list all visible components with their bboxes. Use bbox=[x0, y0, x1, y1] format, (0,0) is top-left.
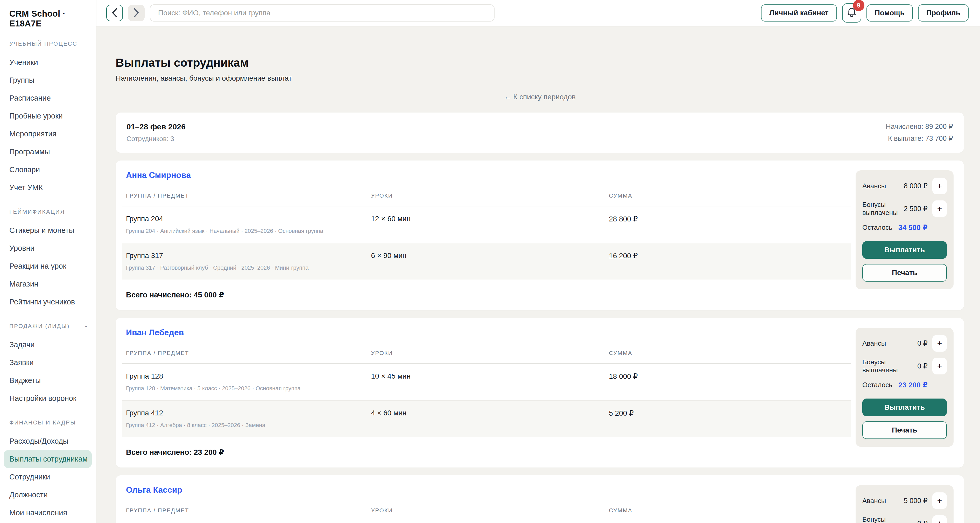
group-name: Группа 204 bbox=[126, 215, 371, 223]
print-button[interactable]: Печать bbox=[862, 264, 947, 282]
pay-button[interactable]: Выплатить bbox=[862, 241, 947, 259]
employee-name-link[interactable]: Иван Лебедев bbox=[126, 328, 184, 337]
column-header-sum: СУММА bbox=[609, 507, 847, 514]
sidebar-item[interactable]: Виджеты bbox=[10, 372, 90, 389]
column-header-sum: СУММА bbox=[609, 192, 847, 199]
sum-cell: 28 800 ₽ bbox=[609, 215, 847, 223]
sidebar-item[interactable]: Ученики bbox=[10, 53, 90, 71]
sidebar: CRM School · E18A7E УЧЕБНЫЙ ПРОЦЕСС-Учен… bbox=[0, 0, 96, 523]
add-bonus-button[interactable]: + bbox=[932, 358, 947, 375]
sidebar-section-header: ПРОДАЖИ (ЛИДЫ)- bbox=[10, 323, 88, 330]
sidebar-item[interactable]: Уровни bbox=[10, 239, 90, 257]
bonuses-row-value: 2 500 ₽ bbox=[904, 204, 928, 213]
personal-cabinet-button[interactable]: Личный кабинет bbox=[761, 5, 837, 22]
sidebar-item[interactable]: Расходы/Доходы bbox=[10, 432, 90, 450]
add-bonus-button[interactable]: + bbox=[932, 515, 947, 523]
table-row: Группа 412Группа 412 · Алгебра · 8 класс… bbox=[122, 400, 851, 437]
sidebar-item[interactable]: Должности bbox=[10, 486, 90, 504]
sidebar-section-label: ФИНАНСЫ И КАДРЫ bbox=[10, 419, 76, 426]
period-range: 01–28 фев 2026 bbox=[126, 123, 186, 131]
sidebar-item[interactable]: Сотрудники bbox=[10, 468, 90, 486]
sidebar-item[interactable]: Задачи bbox=[10, 336, 90, 354]
sidebar-section-header: ГЕЙМИФИКАЦИЯ- bbox=[10, 209, 88, 215]
sidebar-section-header: ФИНАНСЫ И КАДРЫ- bbox=[10, 419, 88, 426]
pay-button[interactable]: Выплатить bbox=[862, 399, 947, 416]
advances-row: Авансы8 000 ₽+ bbox=[862, 178, 947, 194]
employee-card: Анна СмирноваГРУППА / ПРЕДМЕТУРОКИСУММАГ… bbox=[116, 161, 964, 310]
topbar: Личный кабинет 9 Помощь Профиль bbox=[96, 0, 980, 26]
employee-card: Иван ЛебедевГРУППА / ПРЕДМЕТУРОКИСУММАГр… bbox=[116, 318, 964, 467]
bonuses-row-label: Бонусы выплачены bbox=[862, 201, 904, 217]
sidebar-section-collapse-toggle[interactable]: - bbox=[85, 40, 88, 47]
sidebar-item[interactable]: Стикеры и монеты bbox=[10, 222, 90, 239]
chevron-right-icon bbox=[133, 8, 140, 18]
period-card: 01–28 фев 2026 Сотрудников: 3 Начислено:… bbox=[116, 113, 964, 153]
accrual-table: ГРУППА / ПРЕДМЕТУРОКИСУММАГруппа 204Груп… bbox=[122, 190, 851, 279]
back-link-row: ← К списку периодов bbox=[116, 93, 964, 101]
advances-row-label: Авансы bbox=[862, 340, 917, 348]
notifications-button[interactable]: 9 bbox=[842, 3, 861, 22]
forward-button[interactable] bbox=[128, 5, 145, 21]
bonuses-row-value: 0 ₽ bbox=[917, 362, 928, 370]
employee-name-link[interactable]: Ольга Кассир bbox=[126, 485, 182, 495]
group-name: Группа 128 bbox=[126, 372, 371, 380]
group-cell: Группа 412Группа 412 · Алгебра · 8 класс… bbox=[126, 409, 371, 429]
page-title: Выплаты сотрудникам bbox=[116, 56, 964, 70]
table-row: Группа 317Группа 317 · Разговорный клуб … bbox=[122, 243, 851, 279]
group-name: Группа 317 bbox=[126, 252, 371, 260]
group-details: Группа 317 · Разговорный клуб · Средний … bbox=[126, 265, 371, 271]
payout-panel: Авансы0 ₽+Бонусы выплачены0 ₽+Осталось23… bbox=[856, 328, 954, 447]
sidebar-item[interactable]: Пробные уроки bbox=[10, 107, 90, 125]
page-subtitle: Начисления, авансы, бонусы и оформление … bbox=[116, 74, 964, 83]
employee-total: Всего начислено: 23 200 ₽ bbox=[126, 448, 847, 457]
add-bonus-button[interactable]: + bbox=[932, 201, 947, 217]
employee-cards: Анна СмирноваГРУППА / ПРЕДМЕТУРОКИСУММАГ… bbox=[116, 161, 964, 523]
employee-name-link[interactable]: Анна Смирнова bbox=[126, 171, 191, 180]
app-brand: CRM School · E18A7E bbox=[10, 9, 90, 29]
advances-row-label: Авансы bbox=[862, 497, 904, 505]
sidebar-section-label: ПРОДАЖИ (ЛИДЫ) bbox=[10, 323, 70, 330]
search-input[interactable] bbox=[150, 5, 495, 22]
print-button[interactable]: Печать bbox=[862, 421, 947, 439]
sidebar-item[interactable]: Расписание bbox=[10, 89, 90, 107]
sidebar-item[interactable]: Рейтинги учеников bbox=[10, 293, 90, 311]
sidebar-item[interactable]: Магазин bbox=[10, 275, 90, 293]
sum-cell: 16 200 ₽ bbox=[609, 252, 847, 260]
profile-button[interactable]: Профиль bbox=[918, 5, 969, 22]
add-advance-button[interactable]: + bbox=[932, 335, 947, 352]
column-header-lessons: УРОКИ bbox=[371, 507, 609, 514]
add-advance-button[interactable]: + bbox=[932, 178, 947, 194]
content: Выплаты сотрудникам Начисления, авансы, … bbox=[96, 26, 980, 523]
sidebar-item[interactable]: Мои начисления bbox=[10, 504, 90, 522]
period-accrued: Начислено: 89 200 ₽ bbox=[886, 123, 953, 131]
add-advance-button[interactable]: + bbox=[932, 493, 947, 509]
back-to-periods-link[interactable]: ← К списку периодов bbox=[504, 93, 576, 101]
payout-panel: Авансы8 000 ₽+Бонусы выплачены2 500 ₽+Ос… bbox=[856, 171, 954, 289]
chevron-left-icon bbox=[111, 8, 118, 18]
sidebar-item[interactable]: Касса bbox=[10, 522, 90, 523]
advances-row-label: Авансы bbox=[862, 182, 904, 190]
sidebar-item[interactable]: Мероприятия bbox=[10, 125, 90, 143]
sidebar-section-collapse-toggle[interactable]: - bbox=[85, 209, 88, 215]
back-button[interactable] bbox=[106, 5, 123, 21]
sidebar-section-label: УЧЕБНЫЙ ПРОЦЕСС bbox=[10, 40, 77, 47]
sidebar-item-active[interactable]: Выплаты сотрудникам bbox=[4, 450, 92, 468]
sidebar-section-collapse-toggle[interactable]: - bbox=[85, 419, 88, 426]
sidebar-item[interactable]: Реакции на урок bbox=[10, 257, 90, 275]
bonuses-row-label: Бонусы выплачены bbox=[862, 358, 917, 374]
sidebar-item[interactable]: Учет УМК bbox=[10, 179, 90, 196]
sidebar-item[interactable]: Словари bbox=[10, 161, 90, 179]
group-cell: Группа 317Группа 317 · Разговорный клуб … bbox=[126, 252, 371, 271]
sidebar-section-collapse-toggle[interactable]: - bbox=[85, 323, 88, 330]
sidebar-item[interactable]: Заявки bbox=[10, 354, 90, 372]
sidebar-item[interactable]: Программы bbox=[10, 143, 90, 161]
sidebar-item[interactable]: Группы bbox=[10, 71, 90, 89]
lessons-cell: 12 × 60 мин bbox=[371, 215, 609, 223]
help-button[interactable]: Помощь bbox=[867, 5, 913, 22]
advances-row-value: 8 000 ₽ bbox=[904, 182, 928, 190]
lessons-cell: 4 × 60 мин bbox=[371, 409, 609, 417]
sidebar-item[interactable]: Настройки воронок bbox=[10, 389, 90, 407]
accrual-table: ГРУППА / ПРЕДМЕТУРОКИСУММАГруппа 77Групп… bbox=[122, 505, 851, 523]
employee-card-main: Иван ЛебедевГРУППА / ПРЕДМЕТУРОКИСУММАГр… bbox=[126, 328, 847, 457]
group-cell: Группа 128Группа 128 · Математика · 5 кл… bbox=[126, 372, 371, 392]
